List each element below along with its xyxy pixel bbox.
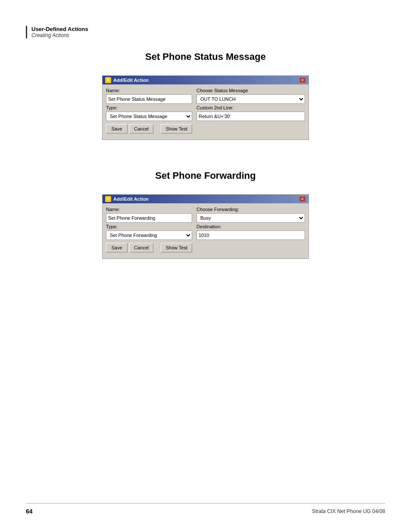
section2-titlebar-left: ✦ Add/Edit Action (105, 196, 149, 202)
page-container: User-Defined Actions Creating Actions Se… (0, 0, 411, 532)
page-footer: 64 Strata CIX Net Phone UG 04/08 (26, 503, 385, 515)
section2-cancel-button[interactable]: Cancel (129, 243, 153, 252)
section1-heading: Set Phone Status Message (26, 51, 385, 62)
section2-type-select[interactable]: Set Phone Forwarding (106, 230, 192, 240)
section1-close-button[interactable]: ✕ (299, 77, 306, 83)
section1-custom-2nd-line-input[interactable] (196, 112, 305, 121)
section2-dialog: ✦ Add/Edit Action ✕ Name: (102, 194, 309, 259)
section1-dialog-icon: ✦ (105, 77, 111, 83)
section2-titlebar: ✦ Add/Edit Action ✕ (103, 195, 308, 203)
section2-destination-input[interactable] (196, 230, 305, 240)
section2-dialog-title: Add/Edit Action (113, 196, 149, 202)
section2-dialog-body: Name: Type: Set Phone Forwarding Save Ca… (103, 203, 308, 258)
section2-name-input[interactable] (106, 213, 192, 223)
section2-button-row: Save Cancel Show Test (106, 243, 192, 252)
section1-status-select-wrapper: OUT TO LUNCH (196, 94, 305, 104)
section1-dialog-wrapper: ✦ Add/Edit Action ✕ Name: (26, 75, 385, 140)
section2-forwarding-select-wrapper: Busy (196, 213, 305, 223)
section1-dialog-title: Add/Edit Action (113, 78, 149, 83)
section2-left-col: Name: Type: Set Phone Forwarding Save Ca… (106, 207, 192, 252)
section1: Set Phone Status Message ✦ Add/Edit Acti… (26, 51, 385, 166)
footer-doc-ref: Strata CIX Net Phone UG 04/08 (312, 508, 385, 514)
section2-heading: Set Phone Forwarding (26, 170, 385, 181)
section1-right-col: Choose Status Message OUT TO LUNCH Custo… (196, 88, 305, 134)
breadcrumb: User-Defined Actions Creating Actions (26, 26, 385, 38)
section1-type-select-wrapper: Set Phone Status Message (106, 112, 192, 121)
section1-show-test-button[interactable]: Show Test (161, 124, 192, 134)
section1-titlebar-left: ✦ Add/Edit Action (105, 77, 149, 83)
breadcrumb-title: User-Defined Actions (31, 26, 385, 32)
section1-titlebar: ✦ Add/Edit Action ✕ (103, 76, 308, 84)
section1-button-row: Save Cancel Show Test (106, 124, 192, 134)
section2-row1: Name: Type: Set Phone Forwarding Save Ca… (106, 207, 305, 252)
section2-show-test-button[interactable]: Show Test (161, 243, 192, 252)
section1-row1: Name: Type: Set Phone Status Message Sav… (106, 88, 305, 134)
section2-type-label: Type: (106, 224, 192, 229)
section1-status-select[interactable]: OUT TO LUNCH (196, 94, 305, 104)
section1-right-label1: Choose Status Message (196, 88, 305, 93)
section2-forwarding-select[interactable]: Busy (196, 213, 305, 223)
section1-save-button[interactable]: Save (106, 124, 128, 134)
section1-type-label: Type: (106, 105, 192, 110)
section1-name-input[interactable] (106, 94, 192, 104)
section1-name-label: Name: (106, 88, 192, 93)
section2-right-label1: Choose Forwarding: (196, 207, 305, 212)
section2-right-label2: Destination: (196, 224, 305, 229)
section1-left-col: Name: Type: Set Phone Status Message Sav… (106, 88, 192, 134)
footer-page-number: 64 (26, 508, 33, 515)
section2-name-label: Name: (106, 207, 192, 212)
section2-dialog-icon: ✦ (105, 196, 111, 202)
section1-right-label2: Custom 2nd Line: (196, 105, 305, 110)
section2-type-select-wrapper: Set Phone Forwarding (106, 230, 192, 240)
section2-close-button[interactable]: ✕ (299, 196, 306, 202)
section2-right-col: Choose Forwarding: Busy Destination: (196, 207, 305, 252)
section2-save-button[interactable]: Save (106, 243, 128, 252)
section1-cancel-button[interactable]: Cancel (129, 124, 153, 134)
breadcrumb-subtitle: Creating Actions (31, 32, 385, 38)
section1-dialog-body: Name: Type: Set Phone Status Message Sav… (103, 84, 308, 140)
section2: Set Phone Forwarding ✦ Add/Edit Action ✕ (26, 170, 385, 285)
section1-dialog: ✦ Add/Edit Action ✕ Name: (102, 75, 309, 140)
section1-type-select[interactable]: Set Phone Status Message (106, 112, 192, 121)
section2-dialog-wrapper: ✦ Add/Edit Action ✕ Name: (26, 194, 385, 259)
